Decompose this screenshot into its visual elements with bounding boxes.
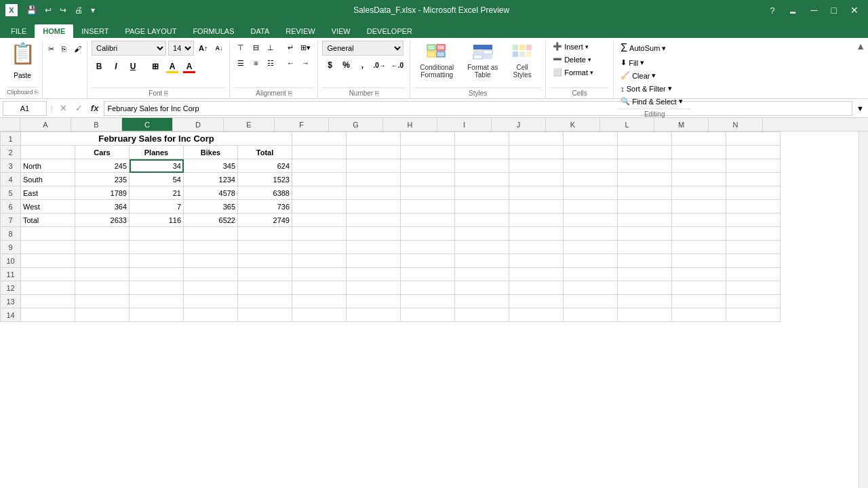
cell-L1[interactable] (618, 132, 672, 146)
cell-A1[interactable]: February Sales for Inc Corp (21, 132, 292, 146)
col-header-N[interactable]: N (709, 118, 763, 131)
decrease-font-size-button[interactable]: A↓ (212, 43, 225, 53)
cell-E3[interactable]: 624 (238, 159, 292, 173)
right-align-button[interactable]: ☷ (264, 56, 277, 70)
confirm-formula-button[interactable]: ✓ (73, 102, 85, 115)
cell-D2[interactable]: Bikes (184, 146, 238, 159)
top-align-button[interactable]: ⊤ (234, 41, 248, 54)
cell-C4[interactable]: 54 (130, 173, 184, 186)
cell-K1[interactable] (564, 132, 618, 146)
tab-data[interactable]: DATA (243, 24, 278, 38)
center-align-button[interactable]: ≡ (249, 56, 262, 70)
cell-A7[interactable]: Total (21, 214, 75, 227)
cell-L6[interactable] (618, 200, 672, 214)
cell-J3[interactable] (509, 159, 564, 173)
col-header-K[interactable]: K (546, 118, 600, 131)
ribbon-display-button[interactable]: 🗕 (785, 4, 802, 17)
row-number-1[interactable]: 1 (1, 132, 21, 146)
row-number-12[interactable]: 12 (1, 281, 21, 295)
number-format-select[interactable]: General Number Currency Date (322, 41, 403, 56)
cell-K3[interactable] (564, 159, 618, 173)
cell-reference-box[interactable]: A1 (3, 101, 47, 116)
cell-M2[interactable] (672, 146, 726, 159)
copy-button[interactable]: ⎘ (59, 43, 69, 55)
cell-B5[interactable]: 1789 (75, 186, 130, 200)
underline-button[interactable]: U (125, 59, 140, 74)
cell-K6[interactable] (564, 200, 618, 214)
cell-J5[interactable] (509, 186, 564, 200)
comma-button[interactable]: , (355, 58, 370, 73)
decrease-decimal-button[interactable]: ←.0 (389, 58, 406, 73)
cell-styles-button[interactable]: CellStyles (506, 41, 538, 81)
cell-L2[interactable] (618, 146, 672, 159)
row-number-6[interactable]: 6 (1, 200, 21, 214)
cell-C6[interactable]: 7 (130, 200, 184, 214)
vertical-scrollbar[interactable] (859, 131, 868, 488)
row-number-8[interactable]: 8 (1, 227, 21, 241)
cell-H3[interactable] (401, 159, 455, 173)
sum-button[interactable]: Σ AutoSum ▾ (618, 41, 669, 56)
cell-J1[interactable] (509, 132, 564, 146)
increase-indent-button[interactable]: → (298, 56, 312, 70)
format-as-table-button[interactable]: Format asTable (462, 41, 503, 81)
cell-K4[interactable] (564, 173, 618, 186)
cell-C2[interactable]: Planes (130, 146, 184, 159)
minimize-button[interactable]: ─ (807, 3, 822, 17)
italic-button[interactable]: I (108, 59, 123, 74)
cell-F4[interactable] (292, 173, 347, 186)
cell-N4[interactable] (726, 173, 781, 186)
tab-page-layout[interactable]: PAGE LAYOUT (117, 24, 184, 38)
cell-F1[interactable] (292, 132, 347, 146)
cell-D5[interactable]: 4578 (184, 186, 238, 200)
redo-button[interactable]: ↪ (58, 4, 68, 16)
font-size-select[interactable]: 14 (168, 41, 194, 56)
cell-B6[interactable]: 364 (75, 200, 130, 214)
row-number-14[interactable]: 14 (1, 308, 21, 322)
row-number-3[interactable]: 3 (1, 159, 21, 173)
cell-N5[interactable] (726, 186, 781, 200)
cell-H5[interactable] (401, 186, 455, 200)
col-header-C[interactable]: C (122, 118, 173, 131)
cell-M5[interactable] (672, 186, 726, 200)
cell-A6[interactable]: West (21, 200, 75, 214)
cell-H4[interactable] (401, 173, 455, 186)
cell-I6[interactable] (455, 200, 509, 214)
paste-button[interactable]: 📋 Paste Clipboard ⎘ (3, 41, 43, 98)
cell-N1[interactable] (726, 132, 781, 146)
col-header-M[interactable]: M (654, 118, 709, 131)
delete-button[interactable]: ➖ Delete ▾ (550, 54, 594, 65)
col-header-L[interactable]: L (600, 118, 654, 131)
cell-K5[interactable] (564, 186, 618, 200)
tab-file[interactable]: FILE (3, 24, 35, 38)
cell-K7[interactable] (564, 214, 618, 227)
col-header-A[interactable]: A (20, 118, 71, 131)
cell-H6[interactable] (401, 200, 455, 214)
fill-button[interactable]: ⬇ Fill ▾ (618, 57, 647, 68)
cell-H1[interactable] (401, 132, 455, 146)
cell-D4[interactable]: 1234 (184, 173, 238, 186)
cell-M6[interactable] (672, 200, 726, 214)
cell-B2[interactable]: Cars (75, 146, 130, 159)
cell-G2[interactable] (347, 146, 401, 159)
fill-color-button[interactable]: A (165, 59, 180, 74)
font-color-button[interactable]: A (182, 59, 197, 74)
cell-G1[interactable] (347, 132, 401, 146)
cell-H7[interactable] (401, 214, 455, 227)
cell-A4[interactable]: South (21, 173, 75, 186)
tab-view[interactable]: VIEW (323, 24, 359, 38)
cell-C5[interactable]: 21 (130, 186, 184, 200)
cell-F3[interactable] (292, 159, 347, 173)
row-number-9[interactable]: 9 (1, 241, 21, 254)
tab-insert[interactable]: INSERT (73, 24, 117, 38)
currency-button[interactable]: $ (322, 58, 337, 73)
cell-G5[interactable] (347, 186, 401, 200)
cell-M4[interactable] (672, 173, 726, 186)
left-align-button[interactable]: ☰ (234, 56, 248, 70)
bold-button[interactable]: B (92, 59, 106, 74)
customize-qat-button[interactable]: ▾ (89, 4, 97, 16)
cell-F2[interactable] (292, 146, 347, 159)
col-header-G[interactable]: G (329, 118, 383, 131)
percent-button[interactable]: % (338, 58, 353, 73)
wrap-text-button[interactable]: ↵ (283, 41, 297, 54)
cell-F5[interactable] (292, 186, 347, 200)
